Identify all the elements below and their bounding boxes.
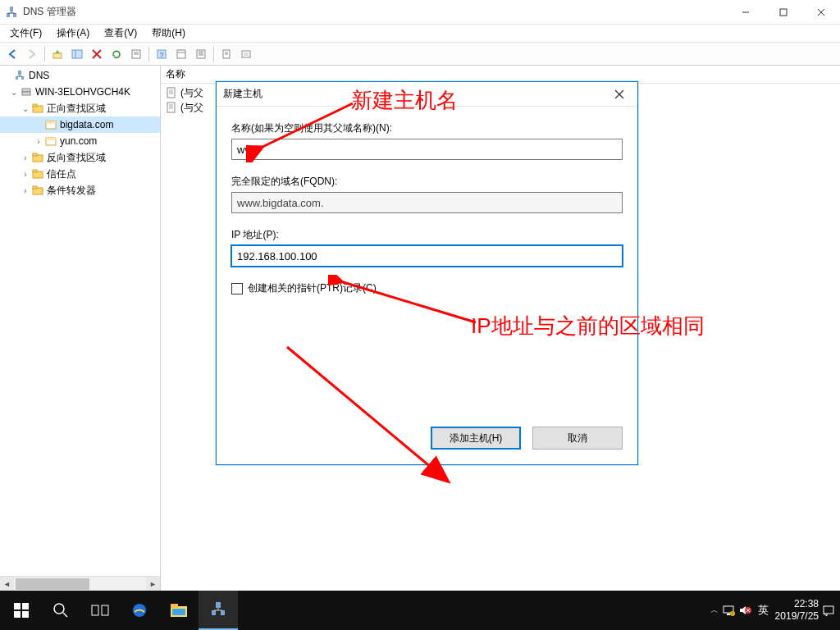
ptr-checkbox-row[interactable]: 创建相关的指针(PTR)记录(C) [231,281,623,295]
svg-rect-30 [21,76,24,80]
minimize-button[interactable] [727,0,765,25]
ime-indicator[interactable]: 英 [755,603,772,618]
tree-trust-points[interactable]: › 信任点 [0,166,160,182]
svg-rect-32 [22,92,30,95]
svg-rect-7 [53,53,62,58]
dns-manager-taskbar-icon[interactable] [199,591,238,630]
tray-chevron-icon[interactable]: ︿ [710,605,719,616]
tree-horizontal-scrollbar[interactable]: ◄ ► [0,576,160,591]
tree-pane[interactable]: DNS ⌄ WIN-3ELOHVGCH4K ⌄ 正向查找区域 bigdata.c… [0,66,161,591]
svg-rect-29 [16,76,18,80]
svg-rect-58 [14,603,21,609]
expander-icon[interactable]: ⌄ [8,88,20,97]
maximize-button[interactable] [765,0,802,25]
folder-icon [31,167,44,180]
name-input[interactable] [231,139,623,160]
menu-file[interactable]: 文件(F) [3,25,48,42]
menu-action[interactable]: 操作(A) [50,25,96,42]
svg-rect-70 [216,602,221,608]
ie-icon[interactable] [120,591,159,630]
server-icon [20,85,33,98]
tree-reverse-zones[interactable]: › 反向查找区域 [0,149,160,166]
tree-zone-bigdata[interactable]: bigdata.com [0,116,160,133]
clock-time: 22:38 [775,598,819,610]
expander-icon[interactable]: › [33,137,44,146]
list-item-label: (与父 [180,86,203,100]
svg-rect-49 [167,103,175,112]
tree-label: 反向查找区域 [47,151,106,165]
tree-zone-yun[interactable]: › yun.com [0,133,160,149]
scroll-thumb[interactable] [16,578,89,590]
up-button[interactable] [48,45,66,63]
new-host-dialog: 新建主机 名称(如果为空则使用其父域名称)(N): 完全限定的域名(FQDN):… [216,81,638,465]
svg-rect-44 [33,186,37,189]
titlebar: DNS 管理器 [0,0,840,25]
cancel-button[interactable]: 取消 [532,427,623,450]
task-view-button[interactable] [80,591,120,630]
clock-date: 2019/7/25 [775,610,819,623]
expander-icon[interactable]: › [20,153,31,162]
svg-rect-17 [177,50,185,58]
refresh-button[interactable] [107,45,126,63]
tree-conditional-forwarders[interactable]: › 条件转发器 [0,182,160,199]
svg-rect-31 [22,89,30,92]
notification-icon[interactable] [822,604,835,617]
ip-label: IP 地址(P): [231,228,623,242]
zone-icon [44,135,57,148]
close-button[interactable] [802,0,840,25]
svg-text:?: ? [159,51,163,59]
network-icon[interactable]: ! [722,604,735,617]
volume-icon[interactable] [738,604,751,617]
col-name-header[interactable]: 名称 [166,67,185,81]
back-button[interactable] [3,45,21,63]
svg-point-62 [54,604,64,614]
tree-label: 信任点 [47,167,76,181]
menu-view[interactable]: 查看(V) [98,25,144,42]
tree-root-dns[interactable]: DNS [0,67,160,84]
add-host-button[interactable]: 添加主机(H) [431,427,521,450]
svg-rect-64 [92,605,98,615]
search-button[interactable] [41,591,80,630]
svg-rect-27 [244,52,249,56]
new-record-button[interactable] [217,45,235,63]
svg-rect-72 [221,610,225,615]
menubar: 文件(F) 操作(A) 查看(V) 帮助(H) [0,25,840,43]
export-button[interactable] [127,45,145,63]
forward-button[interactable] [23,45,41,63]
clock[interactable]: 22:38 2019/7/25 [775,598,819,623]
properties-button[interactable] [172,45,190,63]
tree-label: 正向查找区域 [47,102,106,116]
dns-app-icon [5,6,18,19]
fqdn-input [231,192,623,213]
show-hide-tree-button[interactable] [68,45,86,63]
scroll-right-button[interactable]: ► [146,577,160,591]
dialog-close-button[interactable] [608,85,631,103]
explorer-icon[interactable] [159,591,199,630]
new-zone-button[interactable] [237,45,255,63]
expander-icon[interactable]: › [20,170,31,179]
start-button[interactable] [2,591,41,630]
taskbar[interactable]: ︿ ! 英 22:38 2019/7/25 [0,591,840,630]
svg-rect-4 [780,9,787,16]
expander-icon[interactable]: › [20,186,31,195]
scroll-left-button[interactable]: ◄ [0,577,14,591]
ptr-checkbox[interactable] [231,283,243,294]
delete-button[interactable] [88,45,106,63]
tree-label: bigdata.com [60,119,113,130]
folder-icon [31,184,44,197]
ip-input[interactable] [231,245,623,267]
dialog-titlebar[interactable]: 新建主机 [217,82,637,107]
svg-rect-80 [824,606,833,614]
filter-button[interactable] [192,45,210,63]
svg-rect-45 [167,88,175,98]
folder-icon [31,102,44,115]
expander-icon[interactable]: ⌄ [20,104,31,113]
help-button[interactable]: ? [153,45,171,63]
svg-rect-36 [46,121,56,124]
menu-help[interactable]: 帮助(H) [145,25,192,42]
window-title: DNS 管理器 [23,5,727,19]
svg-rect-40 [33,153,37,156]
tree-server[interactable]: ⌄ WIN-3ELOHVGCH4K [0,84,160,100]
tree-forward-zones[interactable]: ⌄ 正向查找区域 [0,100,160,116]
tree-label: WIN-3ELOHVGCH4K [35,86,130,98]
